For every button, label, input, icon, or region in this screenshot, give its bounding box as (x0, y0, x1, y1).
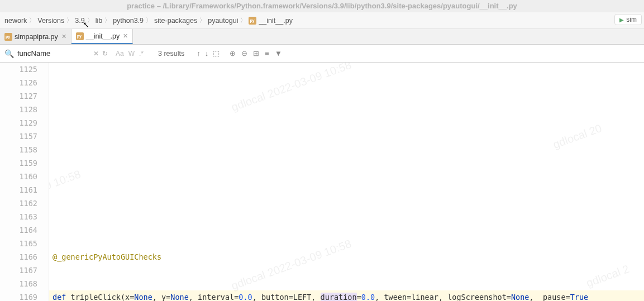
find-input[interactable] (17, 49, 90, 58)
add-selection-icon[interactable]: ⊕ (230, 49, 236, 58)
chevron-right-icon: 〉 (199, 16, 206, 25)
editor-tabs: simpapipra.py ✕ __init__.py ✕ (0, 29, 644, 45)
line-number: 1158 (0, 143, 37, 156)
clear-icon[interactable]: ✕ (93, 50, 99, 58)
breadcrumb-item[interactable]: pyautogui (208, 17, 238, 25)
breadcrumb-item[interactable]: nework (4, 17, 27, 25)
close-icon[interactable]: ✕ (61, 33, 66, 40)
line-number: 1157 (0, 130, 37, 143)
tab-label: __init__.py (86, 32, 120, 40)
python-file-icon (76, 32, 84, 40)
line-number: 1168 (0, 277, 37, 290)
find-options: Aa W .* (116, 50, 144, 58)
chevron-right-icon: 〉 (104, 16, 111, 25)
watermark: gdlocal 20 (551, 121, 604, 151)
code-line (49, 210, 644, 223)
remove-selection-icon[interactable]: ⊖ (241, 49, 247, 58)
line-number: 1161 (0, 183, 37, 197)
code-line (49, 170, 644, 183)
line-number: 1125 (0, 63, 37, 76)
prev-match-button[interactable]: ↑ (197, 49, 201, 58)
line-number: 1162 (0, 197, 37, 210)
find-results-count: 3 results (158, 50, 184, 58)
line-number: 1169 (0, 290, 37, 301)
find-nav: ↑ ↓ ⬚ (197, 49, 220, 58)
line-number: 1163 (0, 210, 37, 223)
code-line: def tripleClick(x=None, y=None, interval… (49, 290, 644, 301)
select-all-occurrences-icon[interactable]: ⊞ (253, 49, 259, 58)
code-editor[interactable]: 1125 1126 1127 1128 1129 1157 1158 1159 … (0, 63, 644, 301)
breadcrumb-item[interactable]: 3.9 (75, 17, 84, 25)
line-number: 1167 (0, 264, 37, 277)
breadcrumb-item[interactable]: site-packages (154, 17, 197, 25)
select-all-button[interactable]: ⬚ (213, 49, 220, 58)
settings-icon[interactable]: ≡ (265, 49, 269, 58)
chevron-right-icon: 〉 (66, 16, 73, 25)
chevron-right-icon: 〉 (87, 16, 93, 25)
line-number: 1126 (0, 76, 37, 89)
close-icon[interactable]: ✕ (123, 32, 128, 40)
code-line: @_genericPyAutoGUIChecks (49, 250, 644, 264)
breadcrumb-item[interactable]: __init__.py (249, 17, 292, 25)
whole-words-toggle[interactable]: W (128, 50, 135, 58)
line-number: 1127 (0, 89, 37, 103)
play-icon: ▶ (619, 17, 624, 23)
line-number: 1128 (0, 103, 37, 116)
python-file-icon (4, 33, 12, 41)
watermark: gdlocal 2022-03-09 10:58 (230, 237, 353, 293)
watermark: gdlocal 2 (584, 262, 631, 290)
next-match-button[interactable]: ↓ (205, 49, 209, 58)
gutter: 1125 1126 1127 1128 1129 1157 1158 1159 … (0, 63, 49, 301)
tab-label: simpapipra.py (15, 33, 58, 41)
find-actions: ⊕ ⊖ ⊞ ≡ ▼ (230, 49, 282, 58)
find-bar: 🔍 ✕ ↻ Aa W .* 3 results ↑ ↓ ⬚ ⊕ ⊖ ⊞ ≡ ▼ (0, 45, 644, 63)
chevron-right-icon: 〉 (240, 16, 246, 25)
watermark: gdlocal 2022-03-09 10:58 (230, 63, 353, 114)
breadcrumb-bar: nework 〉 Versions 〉 3.9 〉 lib 〉 python3.… (0, 12, 644, 29)
chevron-right-icon: 〉 (29, 16, 35, 25)
line-number: 1129 (0, 116, 37, 130)
line-number: 1165 (0, 237, 37, 250)
code-content[interactable]: gdlocal 2022-03-09 10:58 09 10:58 gdloca… (49, 63, 644, 301)
breadcrumb-item[interactable]: lib (96, 17, 103, 25)
match-case-toggle[interactable]: Aa (116, 50, 124, 58)
line-number: 1166 (0, 250, 37, 264)
breadcrumb-item[interactable]: python3.9 (113, 17, 144, 25)
breadcrumb-item[interactable]: Versions (37, 17, 64, 25)
tab-init[interactable]: __init__.py ✕ (71, 29, 133, 44)
window-title: practice – /Library/Frameworks/Python.fr… (0, 0, 644, 12)
search-icon[interactable]: 🔍 (4, 49, 14, 58)
line-number: 1159 (0, 156, 37, 170)
chevron-right-icon: 〉 (146, 16, 152, 25)
line-number: 1164 (0, 223, 37, 237)
refresh-icon[interactable]: ↻ (102, 50, 108, 58)
tab-simpapipra[interactable]: simpapipra.py ✕ (0, 29, 71, 44)
run-configuration-dropdown[interactable]: ▶ sim (614, 14, 642, 25)
python-file-icon (249, 17, 256, 25)
regex-toggle[interactable]: .* (139, 50, 144, 58)
filter-icon[interactable]: ▼ (275, 49, 282, 58)
line-number: 1160 (0, 170, 37, 183)
